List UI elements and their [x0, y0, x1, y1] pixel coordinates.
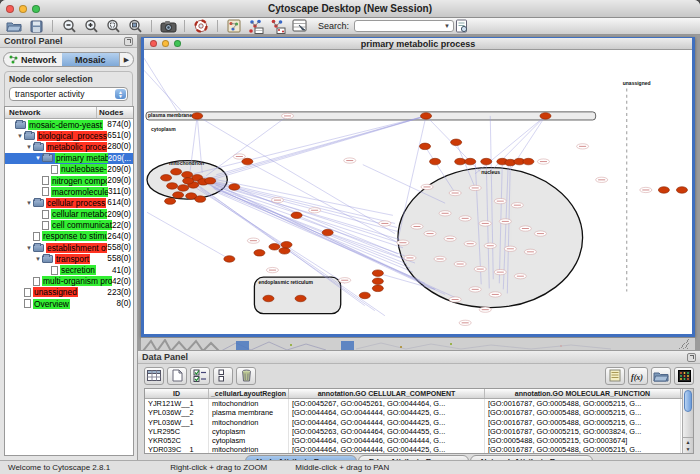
network-node[interactable]	[161, 175, 172, 181]
network-node[interactable]	[481, 158, 492, 164]
attribute-matrix-button[interactable]	[674, 367, 694, 385]
expand-arrow-icon[interactable]: ▼	[16, 133, 24, 139]
zoom-fit-button[interactable]	[125, 19, 145, 34]
table-row[interactable]: YKR052Ccytoplasm[GO:0044464, GO:0044446,…	[145, 436, 682, 445]
node-color-dropdown[interactable]: transporter activity ▲▼	[9, 87, 128, 101]
layout-button-1[interactable]	[246, 19, 266, 34]
expand-arrow-icon[interactable]: ▼	[34, 256, 42, 262]
network-node[interactable]	[205, 178, 216, 184]
network-node[interactable]	[465, 158, 476, 164]
help-button[interactable]	[191, 19, 211, 34]
snapshot-button[interactable]	[158, 19, 178, 34]
tree-row[interactable]: ▼transport558(0)	[5, 253, 133, 264]
tree-row[interactable]: ▼cellular process614(0)	[5, 197, 133, 208]
network-node[interactable]	[242, 158, 253, 164]
more-tabs-button[interactable]: ▶	[119, 53, 133, 66]
float-panel-icon[interactable]	[687, 353, 696, 362]
network-canvas[interactable]: plasma membranecytoplasmmitochondrionnuc…	[144, 50, 692, 334]
table-scrollbar[interactable]: ▲▼	[682, 389, 693, 453]
network-node[interactable]	[430, 158, 441, 164]
network-node[interactable]	[229, 184, 240, 190]
table-row[interactable]: YPL036W__1mitochondrion[GO:0044464, GO:0…	[145, 418, 682, 427]
tree-row[interactable]: multi-organism pro42(0)	[5, 276, 133, 287]
table-row[interactable]: YJR121W__1mitochondrion[GO:0045267, GO:0…	[145, 399, 682, 408]
network-node[interactable]	[224, 256, 235, 262]
annotation-button[interactable]	[224, 19, 244, 34]
network-window-titlebar[interactable]: primary metabolic process	[144, 37, 692, 50]
new-attribute-button[interactable]	[167, 367, 187, 385]
open-session-button[interactable]	[4, 19, 24, 34]
network-node[interactable]	[178, 185, 189, 191]
table-column-header[interactable]: ID	[145, 389, 209, 398]
network-node[interactable]	[165, 198, 176, 204]
table-row[interactable]: YLR295Ccytoplasm[GO:0045263, GO:0044464,…	[145, 427, 682, 436]
network-node[interactable]	[254, 250, 265, 256]
expand-arrow-icon[interactable]: ▼	[25, 144, 33, 150]
attribute-list-button[interactable]	[605, 367, 625, 385]
tree-row[interactable]: ▼primary metabo209(...	[5, 153, 133, 164]
table-column-header[interactable]: annotation.GO MOLECULAR_FUNCTION	[485, 389, 681, 398]
tree-row[interactable]: cellular metabo209(0)	[5, 209, 133, 220]
network-node[interactable]	[167, 183, 178, 189]
attribute-mapper-button[interactable]	[290, 19, 310, 34]
formula-builder-button[interactable]: f(x)	[628, 367, 648, 385]
table-row[interactable]: YPL036W__2plasma membrane[GO:0044464, GO…	[145, 408, 682, 417]
layout-button-2[interactable]	[268, 19, 288, 34]
table-column-header[interactable]: annotation.GO CELLULAR_COMPONENT	[289, 389, 485, 398]
network-node[interactable]	[658, 187, 669, 193]
tab-mosaic[interactable]: Mosaic	[62, 53, 120, 66]
network-node[interactable]	[676, 187, 687, 193]
scrollbar-arrows[interactable]: ▲▼	[683, 437, 693, 453]
network-node[interactable]	[322, 229, 333, 235]
tree-row[interactable]: ▼biological_process651(0)	[5, 130, 133, 141]
table-row[interactable]: YDR039C__1mitochondrion[GO:0044464, GO:0…	[145, 445, 682, 453]
network-node[interactable]	[263, 295, 274, 301]
zoom-out-button[interactable]	[59, 19, 79, 34]
network-node[interactable]	[192, 113, 203, 119]
network-node[interactable]	[195, 196, 206, 202]
network-node[interactable]	[173, 192, 184, 198]
network-node[interactable]	[372, 278, 383, 284]
window-resize-grip[interactable]	[679, 339, 689, 349]
network-node[interactable]	[523, 158, 534, 164]
tree-row[interactable]: mosaic-demo-yeast874(0)	[5, 119, 133, 130]
network-node[interactable]	[269, 244, 280, 250]
tree-row[interactable]: ▼establishment of lo558(0)	[5, 242, 133, 253]
float-panel-icon[interactable]	[124, 37, 133, 46]
network-node[interactable]	[455, 158, 466, 164]
attribute-table-button[interactable]	[144, 367, 164, 385]
table-column-header[interactable]: _cellularLayoutRegion	[209, 389, 289, 398]
network-node[interactable]	[372, 285, 383, 291]
network-node[interactable]	[171, 168, 182, 174]
select-attributes-button[interactable]	[190, 367, 210, 385]
tree-row[interactable]: macromolecule311(0)	[5, 186, 133, 197]
search-settings-button[interactable]	[452, 19, 472, 34]
network-node[interactable]	[295, 295, 306, 301]
expand-arrow-icon[interactable]: ▼	[25, 245, 33, 251]
unselect-attributes-button[interactable]	[213, 367, 233, 385]
network-node[interactable]	[540, 113, 551, 119]
network-node[interactable]	[182, 172, 193, 178]
expand-arrow-icon[interactable]: ▼	[34, 155, 42, 161]
tree-row[interactable]: nitrogen compo209(0)	[5, 175, 133, 186]
tree-row[interactable]: nucleobase-209(0)	[5, 164, 133, 175]
delete-attribute-button[interactable]	[236, 367, 256, 385]
network-node[interactable]	[359, 292, 370, 298]
tree-row[interactable]: Overview8(0)	[5, 298, 133, 309]
tree-row[interactable]: unassigned223(0)	[5, 287, 133, 298]
search-input[interactable]	[354, 20, 454, 32]
network-view-window[interactable]: primary metabolic process plasma membran…	[141, 37, 695, 337]
network-node[interactable]	[279, 248, 290, 254]
network-node[interactable]	[183, 178, 194, 184]
network-node[interactable]	[421, 113, 432, 119]
tree-row[interactable]: secretion41(0)	[5, 264, 133, 275]
import-attributes-button[interactable]	[651, 367, 671, 385]
expand-arrow-icon[interactable]: ▼	[25, 200, 33, 206]
network-node[interactable]	[281, 241, 292, 247]
zoom-selected-button[interactable]	[103, 19, 123, 34]
tree-row[interactable]: cell communicat22(0)	[5, 220, 133, 231]
zoom-in-button[interactable]	[81, 19, 101, 34]
tree-row[interactable]: ▼metabolic process280(0)	[5, 141, 133, 152]
column-nodes[interactable]: Nodes	[97, 107, 133, 118]
network-node[interactable]	[291, 212, 302, 218]
